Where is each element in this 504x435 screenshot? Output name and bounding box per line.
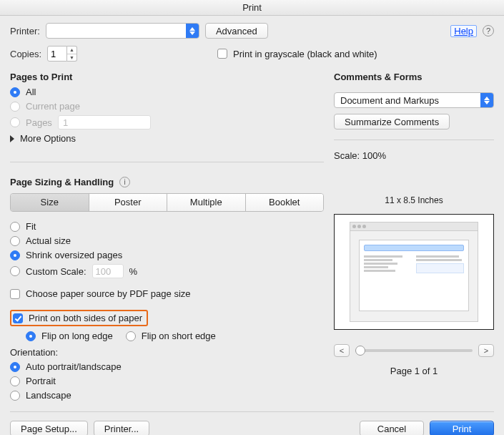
slider-thumb[interactable] xyxy=(355,346,365,356)
seg-poster[interactable]: Poster xyxy=(89,194,167,211)
comments-select[interactable]: Document and Markups xyxy=(334,92,494,108)
prev-page-button[interactable]: < xyxy=(334,344,350,357)
orient-portrait-radio[interactable] xyxy=(10,376,20,386)
chevron-right-icon: > xyxy=(484,346,488,355)
actual-label: Actual size xyxy=(26,235,71,246)
pages-current-label: Current page xyxy=(26,101,80,112)
copies-stepper[interactable]: ▲ ▼ xyxy=(67,46,77,62)
pages-range-input[interactable] xyxy=(58,115,151,129)
scale-label: Scale: 100% xyxy=(334,150,494,161)
page-setup-button[interactable]: Page Setup... xyxy=(10,421,88,435)
svg-marker-3 xyxy=(484,101,490,104)
choose-source-checkbox[interactable] xyxy=(10,289,20,299)
printer-label: Printer: xyxy=(10,26,40,36)
pages-all-label: All xyxy=(26,87,36,97)
duplex-checkbox[interactable] xyxy=(13,313,23,323)
pages-range-radio[interactable] xyxy=(10,117,20,127)
orient-landscape-label: Landscape xyxy=(26,390,71,401)
chevron-left-icon: < xyxy=(340,346,344,355)
preview-frame xyxy=(334,214,494,330)
seg-booklet[interactable]: Booklet xyxy=(245,194,324,211)
next-page-button[interactable]: > xyxy=(478,344,494,357)
orient-auto-label: Auto portrait/landscape xyxy=(26,361,122,372)
custom-label: Custom Scale: xyxy=(26,266,87,277)
summarize-button[interactable]: Summarize Comments xyxy=(334,114,450,129)
advanced-button[interactable]: Advanced xyxy=(205,23,268,39)
chevron-up-icon: ▲ xyxy=(67,47,76,54)
pages-all-radio[interactable] xyxy=(10,87,20,97)
more-options-label[interactable]: More Options xyxy=(20,133,76,144)
printer-button[interactable]: Printer... xyxy=(94,421,149,435)
printer-select[interactable] xyxy=(46,23,199,39)
window-title: Print xyxy=(0,0,504,16)
shrink-label: Shrink oversized pages xyxy=(26,250,122,260)
flip-long-label: Flip on long edge xyxy=(41,331,113,341)
seg-multiple[interactable]: Multiple xyxy=(167,194,245,211)
chevron-updown-icon xyxy=(186,24,199,38)
grayscale-label: Print in grayscale (black and white) xyxy=(233,49,377,59)
page-indicator: Page 1 of 1 xyxy=(334,366,494,376)
chevron-down-icon: ▼ xyxy=(67,54,76,62)
svg-marker-1 xyxy=(189,31,195,35)
chevron-updown-icon xyxy=(480,93,493,107)
preview-dims: 11 x 8.5 Inches xyxy=(334,195,494,205)
grayscale-checkbox[interactable] xyxy=(217,49,227,59)
orient-portrait-label: Portrait xyxy=(26,376,56,386)
print-button[interactable]: Print xyxy=(430,421,494,435)
pages-heading: Pages to Print xyxy=(10,72,324,82)
flip-long-radio[interactable] xyxy=(26,331,36,341)
copies-label: Copies: xyxy=(10,49,41,59)
sizing-segmented[interactable]: Size Poster Multiple Booklet xyxy=(10,193,324,212)
flip-short-label: Flip on short edge xyxy=(142,331,216,341)
custom-scale-input[interactable] xyxy=(92,264,124,278)
sizing-heading: Page Sizing & Handling xyxy=(10,177,114,187)
orient-landscape-radio[interactable] xyxy=(10,391,20,401)
pages-current-radio[interactable] xyxy=(10,102,20,112)
shrink-radio[interactable] xyxy=(10,250,20,260)
pages-range-label: Pages xyxy=(26,117,52,128)
cancel-button[interactable]: Cancel xyxy=(360,421,424,435)
custom-radio[interactable] xyxy=(10,266,20,276)
info-icon[interactable]: i xyxy=(119,177,130,187)
actual-radio[interactable] xyxy=(10,236,20,246)
seg-size[interactable]: Size xyxy=(11,194,89,211)
duplex-highlight: Print on both sides of paper xyxy=(10,310,148,326)
flip-short-radio[interactable] xyxy=(126,331,136,341)
copies-input[interactable] xyxy=(47,46,67,62)
orientation-heading: Orientation: xyxy=(10,347,324,358)
orient-auto-radio[interactable] xyxy=(10,362,20,372)
duplex-label: Print on both sides of paper xyxy=(29,313,142,323)
help-link[interactable]: Help xyxy=(450,25,477,37)
svg-marker-0 xyxy=(189,27,195,31)
custom-unit: % xyxy=(129,266,138,277)
help-icon[interactable]: ? xyxy=(483,25,494,36)
comments-heading: Comments & Forms xyxy=(334,72,494,82)
preview-thumbnail xyxy=(350,222,478,322)
disclosure-triangle-icon[interactable] xyxy=(10,135,14,142)
comments-select-value: Document and Markups xyxy=(340,95,439,106)
fit-label: Fit xyxy=(26,221,36,232)
page-slider[interactable] xyxy=(355,349,473,352)
svg-marker-2 xyxy=(484,97,490,100)
choose-source-label: Choose paper source by PDF page size xyxy=(26,288,191,299)
fit-radio[interactable] xyxy=(10,222,20,232)
